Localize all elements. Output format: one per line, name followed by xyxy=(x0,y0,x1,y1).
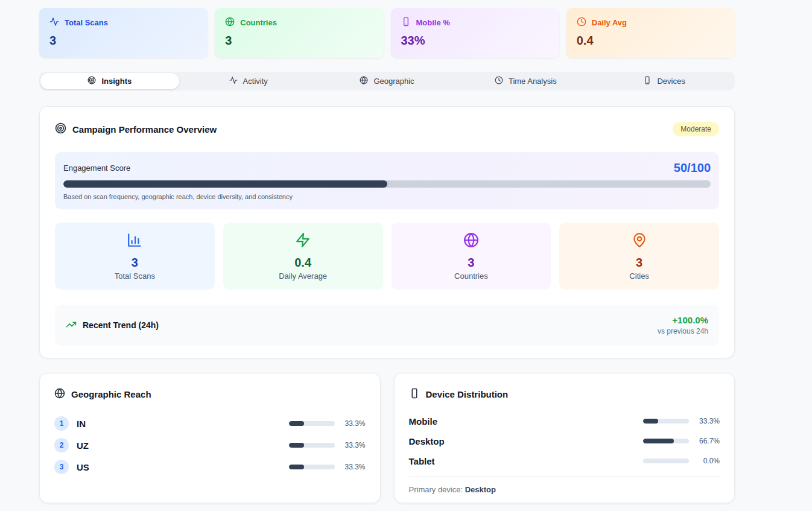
rank-badge: 3 xyxy=(54,460,69,474)
device-percentage: 66.7% xyxy=(694,437,720,445)
globe-icon xyxy=(54,388,65,401)
mini-stat-daily-average: 0.4 Daily Average xyxy=(223,223,383,290)
globe-icon xyxy=(225,17,235,28)
stat-card-value: 0.4 xyxy=(577,34,725,48)
tab-label: Activity xyxy=(243,77,268,86)
stat-card-mobile-pct: Mobile % 33% xyxy=(391,8,559,58)
device-label: Tablet xyxy=(409,456,644,466)
engagement-caption: Based on scan frequency, geographic reac… xyxy=(63,193,711,200)
smartphone-icon xyxy=(401,17,411,28)
geo-percentage: 33.3% xyxy=(340,441,366,449)
mini-stat-value: 3 xyxy=(132,256,138,270)
mini-stat-value: 3 xyxy=(636,256,642,270)
geo-row: 2 UZ 33.3% xyxy=(54,438,366,452)
device-percentage: 0.0% xyxy=(694,457,720,465)
geographic-reach-panel: Geographic Reach 1 IN 33.3% 2 UZ 33.3% 3… xyxy=(39,373,381,503)
stat-card-row: Total Scans 3 Countries 3 Mobile % 33% D… xyxy=(39,8,735,58)
dashboard-content: Total Scans 3 Countries 3 Mobile % 33% D… xyxy=(39,0,735,503)
geographic-reach-title-row: Geographic Reach xyxy=(54,388,366,401)
country-code: UZ xyxy=(77,440,289,451)
stat-card-header: Daily Avg xyxy=(577,17,725,28)
tab-time-analysis[interactable]: Time Analysis xyxy=(456,73,595,89)
zap-icon xyxy=(295,232,311,250)
target-icon xyxy=(55,122,66,136)
panel-title: Device Distribution xyxy=(426,389,509,399)
mini-stat-value: 0.4 xyxy=(294,256,311,270)
mini-stat-countries: 3 Countries xyxy=(392,223,551,290)
geo-percentage: 33.3% xyxy=(340,419,366,428)
stat-card-value: 3 xyxy=(225,34,373,48)
tab-activity[interactable]: Activity xyxy=(179,73,318,89)
device-bar-track xyxy=(643,459,689,463)
target-icon xyxy=(87,76,96,86)
clock-icon xyxy=(495,76,503,86)
engagement-progress-fill xyxy=(63,180,387,188)
trend-value: +100.0% xyxy=(658,315,708,325)
device-distribution-title-row: Device Distribution xyxy=(409,388,720,401)
geo-bar-fill xyxy=(289,443,304,448)
stat-card-daily-avg: Daily Avg 0.4 xyxy=(566,8,735,58)
activity-icon xyxy=(229,76,238,86)
rank-badge: 1 xyxy=(54,416,69,431)
geo-row: 3 US 33.3% xyxy=(54,460,366,474)
stat-card-label: Countries xyxy=(240,18,277,27)
device-row: Desktop 66.7% xyxy=(409,436,720,446)
panel-title: Geographic Reach xyxy=(71,389,151,399)
engagement-header: Engagement Score 50/100 xyxy=(63,161,711,175)
tab-devices[interactable]: Devices xyxy=(595,73,734,89)
stat-card-header: Mobile % xyxy=(401,17,549,28)
tab-geographic[interactable]: Geographic xyxy=(318,73,457,89)
country-code: IN xyxy=(77,419,289,429)
trend-title-row: Recent Trend (24h) xyxy=(66,319,159,332)
rank-badge: 2 xyxy=(54,438,69,452)
device-row: Mobile 33.3% xyxy=(409,416,720,427)
engagement-label: Engagement Score xyxy=(63,163,130,173)
mini-stat-cities: 3 Cities xyxy=(559,223,719,290)
mini-stats-row: 3 Total Scans 0.4 Daily Average 3 Countr… xyxy=(55,223,719,290)
mini-stat-total-scans: 3 Total Scans xyxy=(55,223,215,290)
geo-bar-track xyxy=(289,421,335,426)
device-bar-fill xyxy=(643,439,674,443)
activity-icon xyxy=(49,17,59,28)
mini-stat-label: Cities xyxy=(629,271,649,281)
device-distribution-panel: Device Distribution Mobile 33.3% Desktop… xyxy=(394,373,735,503)
stat-card-total-scans: Total Scans 3 xyxy=(39,8,208,58)
geo-bar-track xyxy=(289,443,335,448)
trending-up-icon xyxy=(66,319,77,332)
primary-device-label: Primary device: xyxy=(409,485,463,494)
tab-label: Insights xyxy=(101,77,132,86)
overview-title: Campaign Performance Overview xyxy=(72,124,217,135)
device-label: Desktop xyxy=(409,436,644,446)
device-percentage: 33.3% xyxy=(694,417,720,425)
country-code: US xyxy=(77,462,289,472)
map-pin-icon xyxy=(632,232,647,250)
smartphone-icon xyxy=(643,76,652,86)
overview-header: Campaign Performance Overview Moderate xyxy=(55,122,719,136)
recent-trend-section: Recent Trend (24h) +100.0% vs previous 2… xyxy=(55,305,719,346)
engagement-progress-track xyxy=(63,180,711,188)
tab-label: Geographic xyxy=(373,77,414,86)
mini-stat-label: Total Scans xyxy=(115,271,155,281)
trend-subtext: vs previous 24h xyxy=(658,327,708,335)
tab-insights[interactable]: Insights xyxy=(40,73,179,89)
stat-card-header: Total Scans xyxy=(49,17,197,28)
bottom-panels: Geographic Reach 1 IN 33.3% 2 UZ 33.3% 3… xyxy=(39,373,735,503)
trend-values: +100.0% vs previous 24h xyxy=(658,315,708,335)
mini-stat-label: Countries xyxy=(454,271,488,281)
stat-card-label: Total Scans xyxy=(65,18,108,27)
globe-icon xyxy=(463,232,479,250)
engagement-score: 50/100 xyxy=(674,161,711,175)
device-bar-fill xyxy=(643,419,658,424)
stat-card-header: Countries xyxy=(225,17,373,28)
overview-title-row: Campaign Performance Overview xyxy=(55,122,217,136)
globe-icon xyxy=(360,76,368,86)
geo-bar-track xyxy=(289,465,335,469)
stat-card-label: Mobile % xyxy=(416,18,450,27)
geo-percentage: 33.3% xyxy=(340,463,366,471)
geo-row: 1 IN 33.3% xyxy=(54,416,366,431)
device-bar-track xyxy=(643,439,689,443)
tab-bar: Insights Activity Geographic Time Analys… xyxy=(39,72,735,90)
mini-stat-value: 3 xyxy=(468,256,474,270)
device-label: Mobile xyxy=(409,416,644,427)
geo-bar-fill xyxy=(289,465,304,469)
